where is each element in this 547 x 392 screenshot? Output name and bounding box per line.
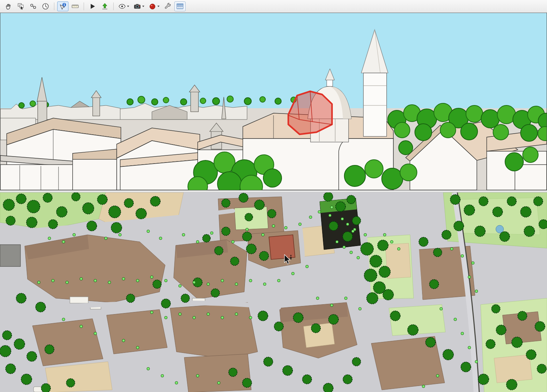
identify-tool-button[interactable] [57, 1, 68, 11]
upload-button[interactable] [99, 1, 110, 11]
toolbar-separator [84, 2, 84, 10]
2d-map-view[interactable] [0, 192, 547, 392]
clock-icon [41, 2, 50, 11]
orbit-icon [29, 2, 37, 11]
wrench-tool-button[interactable] [162, 1, 173, 11]
dropdown-caret-icon [142, 6, 144, 7]
play-icon [88, 2, 97, 11]
upload-arrow-icon [101, 2, 109, 11]
orbit-tool-button[interactable] [28, 1, 39, 11]
application-window [0, 0, 547, 392]
pan-tool-button[interactable] [3, 1, 14, 11]
red-sphere-icon [148, 2, 157, 11]
camera-icon [133, 2, 142, 11]
select-rectangle-icon [17, 2, 25, 11]
hand-icon [4, 2, 13, 11]
select-tool-button[interactable] [15, 1, 26, 11]
play-button[interactable] [87, 1, 98, 11]
table-icon [176, 2, 184, 11]
ruler-icon [71, 2, 79, 11]
wrench-icon [163, 2, 172, 11]
camera-tool-button[interactable] [132, 1, 146, 11]
eye-icon [118, 2, 126, 11]
navigation-tool-button[interactable] [40, 1, 51, 11]
identify-info-icon [59, 2, 67, 11]
attribute-table-button[interactable] [174, 1, 186, 11]
toolbar-separator [54, 2, 54, 10]
dropdown-caret-icon [157, 6, 160, 7]
toolbar-separator [113, 2, 114, 10]
sphere-tool-button[interactable] [147, 1, 161, 11]
visibility-tool-button[interactable] [116, 1, 131, 11]
dropdown-caret-icon [127, 6, 129, 7]
toolbar [0, 0, 547, 13]
3d-scene-view[interactable] [0, 13, 547, 190]
measure-tool-button[interactable] [70, 1, 81, 11]
